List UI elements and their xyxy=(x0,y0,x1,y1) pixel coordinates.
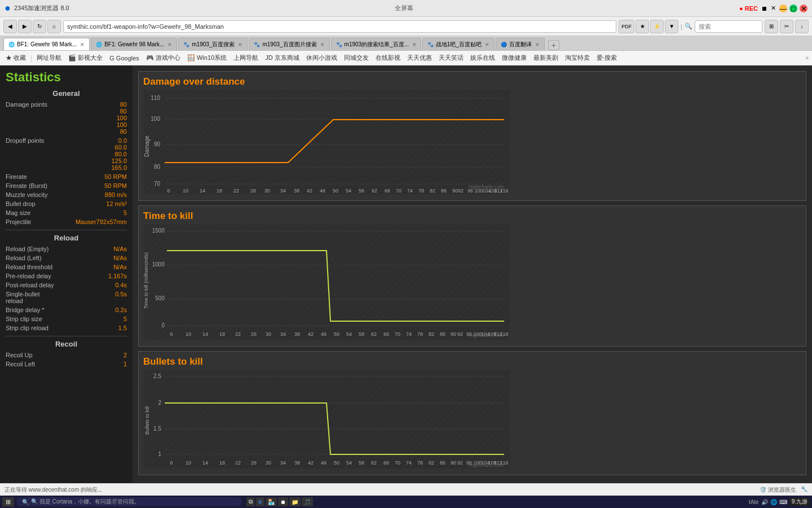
new-tab-button[interactable]: + xyxy=(548,40,559,50)
media-button[interactable]: 🎵 xyxy=(302,497,313,506)
svg-text:30: 30 xyxy=(264,188,270,194)
grid-button[interactable]: ⊞ xyxy=(765,20,778,33)
cortana-text: 🔍 我是 Cortana，小娜。有问题尽管问我。 xyxy=(31,498,140,506)
svg-text:2: 2 xyxy=(158,400,161,406)
pdf-button[interactable]: PDF xyxy=(619,20,634,33)
svg-text:38: 38 xyxy=(294,331,300,337)
tab-2[interactable]: 🐾 m1903_百度搜索 ✕ xyxy=(178,38,248,50)
ttk-chart-svg: 1500 1000 500 0 Time to kill (millisecon… xyxy=(143,224,510,340)
label-damage: Damage points xyxy=(6,101,47,135)
bookmark-search[interactable]: 爱·搜索 xyxy=(594,52,619,63)
value-dropoff: 0.0 60.0 80.0 125.0 165.0 xyxy=(111,137,127,171)
bookmark-nav[interactable]: 网址导航 xyxy=(34,52,64,63)
value-muzzle: 880 m/s xyxy=(105,191,127,198)
bookmark-google[interactable]: G Googles xyxy=(107,54,142,63)
cortana-bar[interactable]: 🔍 🔍 我是 Cortana，小娜。有问题尽管问我。 xyxy=(16,497,242,506)
titlebar: ● 2345加速浏览器 8.0 全屏幕 ● REC ⏹ ✕ — □ ✕ xyxy=(0,0,812,17)
dropdown-button[interactable]: ▼ xyxy=(665,20,678,33)
stat-row-dropoff: Dropoff points 0.0 60.0 80.0 125.0 165.0 xyxy=(6,136,127,172)
bookmark-entertainment[interactable]: 娱乐在线 xyxy=(468,52,497,63)
divider-2 xyxy=(6,336,127,336)
close-tab-3[interactable]: ✕ xyxy=(320,42,325,47)
bookmark-health[interactable]: 微微健康 xyxy=(500,52,529,63)
svg-rect-85 xyxy=(143,370,510,468)
close-tab-0[interactable]: ✕ xyxy=(80,42,85,47)
svg-text:62: 62 xyxy=(372,188,377,194)
minimize-button[interactable]: — xyxy=(779,5,787,12)
close-tab-1[interactable]: ✕ xyxy=(167,42,172,47)
star-button[interactable]: ★ xyxy=(636,20,649,33)
svg-text:70: 70 xyxy=(395,460,400,466)
tab-1[interactable]: 🌐 BF1: Gewehr 98 Mark... ✕ xyxy=(91,38,177,50)
close-button[interactable]: ✕ xyxy=(800,5,807,12)
tab-5[interactable]: 🐾 战地1吧_百度贴吧 ✕ xyxy=(422,38,495,50)
bookmark-jokes[interactable]: 天天笑话 xyxy=(436,52,466,63)
back-button[interactable]: ◀ xyxy=(3,20,17,33)
ttk-chart-container: Time to kill 1500 1000 500 0 Time to kil… xyxy=(138,205,806,347)
stat-row-recoil-up: Recoil Up 2 xyxy=(6,351,127,360)
stat-row-bullet-drop: Bullet drop 12 m/s² xyxy=(6,199,127,208)
maximize-button[interactable]: □ xyxy=(789,5,797,12)
svg-text:82: 82 xyxy=(429,331,434,337)
tab-4[interactable]: 🐾 m1903的搜索结果_百度... ✕ xyxy=(331,38,421,50)
label-reload-left: Reload (Left) xyxy=(6,255,42,261)
ie-button[interactable]: e xyxy=(256,497,264,506)
svg-text:66: 66 xyxy=(385,188,390,194)
bookmark-video[interactable]: 🎬 影视大全 xyxy=(66,52,105,63)
download-button[interactable]: ↓ xyxy=(795,20,809,33)
svg-text:54: 54 xyxy=(346,188,351,194)
lightning-button[interactable]: ⚡ xyxy=(650,20,664,33)
bookmark-internet[interactable]: 上网导航 xyxy=(231,52,261,63)
svg-text:26: 26 xyxy=(251,460,257,466)
bookmark-deals[interactable]: 天天优惠 xyxy=(405,52,434,63)
bookmark-taobao[interactable]: 淘宝特卖 xyxy=(563,52,592,63)
svg-text:34: 34 xyxy=(280,188,286,194)
tab-3[interactable]: 🐾 m1903_百度图片搜索 ✕ xyxy=(249,38,329,50)
close-tab-6[interactable]: ✕ xyxy=(535,42,540,47)
svg-text:46: 46 xyxy=(321,331,326,337)
label-muzzle: Muzzle velocity xyxy=(6,191,48,198)
explorer-button[interactable]: 📁 xyxy=(289,497,301,506)
svg-text:62: 62 xyxy=(371,460,377,466)
svg-text:100: 100 xyxy=(151,116,160,122)
svg-rect-44 xyxy=(143,224,510,340)
home-button[interactable]: ⌂ xyxy=(47,20,61,33)
stats-panel: Statistics General Damage points 80 80 1… xyxy=(0,65,133,483)
bookmark-games[interactable]: 休闲小游戏 xyxy=(304,52,339,63)
label-bullet-drop: Bullet drop xyxy=(6,200,36,207)
reload-button[interactable]: ↻ xyxy=(33,20,46,33)
bookmark-tv[interactable]: 在线影视 xyxy=(373,52,403,63)
btk-chart-svg: 2.5 2 1.5 1 Bullets to kill xyxy=(143,370,510,468)
svg-text:38: 38 xyxy=(294,188,299,194)
forward-button[interactable]: ▶ xyxy=(18,20,32,33)
value-single-reload: 0.5s xyxy=(115,291,127,304)
close-tab-2[interactable]: ✕ xyxy=(238,42,242,47)
start-button[interactable]: ⊞ xyxy=(2,497,14,507)
close-tab-4[interactable]: ✕ xyxy=(412,42,417,47)
close-tab-5[interactable]: ✕ xyxy=(485,42,489,47)
svg-text:70: 70 xyxy=(154,181,161,187)
taskview-button[interactable]: ⧉ xyxy=(246,497,255,506)
win-store-button[interactable]: 🏪 xyxy=(266,497,277,506)
svg-text:6: 6 xyxy=(167,188,170,194)
svg-text:82: 82 xyxy=(429,460,434,466)
tab-0[interactable]: 🌐 BF1: Gewehr 98 Mark... ✕ xyxy=(3,38,90,50)
svg-text:82: 82 xyxy=(430,188,435,194)
svg-text:70: 70 xyxy=(395,331,400,337)
bookmark-game[interactable]: 🎮 游戏中心 xyxy=(144,52,183,63)
record-button[interactable]: ⏺ xyxy=(278,497,288,506)
label-reload-threshold: Reload threshold xyxy=(6,264,52,270)
bookmark-movies[interactable]: 最新美剧 xyxy=(531,52,561,63)
scissors-button[interactable]: ✂ xyxy=(780,20,793,33)
tab-6[interactable]: 🔵 百度翻译 ✕ xyxy=(496,38,545,50)
bookmark-win10[interactable]: 🪟 Win10系统 xyxy=(185,52,229,63)
url-bar[interactable] xyxy=(63,20,616,33)
search-input[interactable] xyxy=(695,20,762,33)
tabs-bar: 🌐 BF1: Gewehr 98 Mark... ✕ 🌐 BF1: Gewehr… xyxy=(0,36,812,51)
svg-text:90: 90 xyxy=(154,141,161,147)
bookmark-social[interactable]: 同城交友 xyxy=(342,52,371,63)
label-firerate-burst: Firerate (Burst) xyxy=(6,182,47,189)
browser-doctor: 🛡️ 浏览器医生 xyxy=(760,486,796,494)
bookmark-collections[interactable]: ★ 收藏 xyxy=(3,52,28,63)
bookmark-jd[interactable]: JD 京东商城 xyxy=(263,52,302,63)
